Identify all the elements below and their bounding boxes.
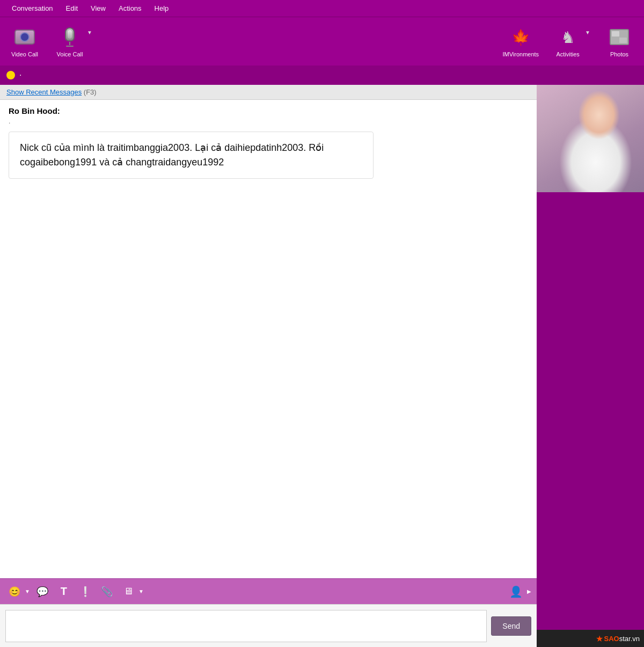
activities-label: Activities xyxy=(556,51,579,57)
messages-header: Show Recent Messages (F3) xyxy=(0,85,537,100)
right-panel: ★ SAO star.vn xyxy=(537,85,644,647)
activities-icon: ♞ xyxy=(556,25,580,49)
toolbar: Video Call Voice Call ▼ 🍁 IMVironments xyxy=(0,17,644,66)
activities-wrapper: ♞ Activities ▼ xyxy=(552,25,590,57)
imvironments-icon: 🍁 xyxy=(509,25,532,49)
photos-icon xyxy=(608,25,631,49)
emoji-dropdown-arrow[interactable]: ▼ xyxy=(25,588,30,594)
menu-edit[interactable]: Edit xyxy=(60,2,84,14)
activities-dropdown-arrow[interactable]: ▼ xyxy=(585,30,590,35)
status-dot xyxy=(6,71,15,79)
video-call-button[interactable]: Video Call xyxy=(9,25,41,57)
saostar-star: ★ xyxy=(596,634,603,644)
input-area: Send xyxy=(0,604,537,647)
menu-help[interactable]: Help xyxy=(148,2,175,14)
emoji-button[interactable]: 😊 xyxy=(5,583,24,601)
menu-actions[interactable]: Actions xyxy=(112,2,148,14)
format-toolbar-right: 👤 ▶ xyxy=(507,583,531,601)
main-area: Show Recent Messages (F3) Ro Bin Hood: .… xyxy=(0,85,644,647)
chat-style-button[interactable]: 💬 xyxy=(33,583,52,601)
photos-button[interactable]: Photos xyxy=(603,25,635,57)
voice-call-dropdown-arrow[interactable]: ▼ xyxy=(87,30,92,35)
screen-share-button[interactable]: 🖥 xyxy=(119,583,137,601)
saostar-text: star.vn xyxy=(619,635,640,643)
imvironments-button[interactable]: 🍁 IMVironments xyxy=(502,25,539,57)
send-button[interactable]: Send xyxy=(491,616,531,636)
attach-button[interactable]: 📎 xyxy=(98,583,116,601)
contact-icon-button[interactable]: 👤 xyxy=(507,583,525,601)
menu-view[interactable]: View xyxy=(84,2,112,14)
voice-call-icon xyxy=(58,25,82,49)
emoji-btn-wrapper: 😊 ▼ xyxy=(5,583,30,601)
chat-input[interactable] xyxy=(5,610,487,642)
voice-call-label: Voice Call xyxy=(57,51,83,57)
voice-call-wrapper: Voice Call ▼ xyxy=(54,25,92,57)
messages-body: Ro Bin Hood: . Nick cũ của mình là trait… xyxy=(0,100,537,578)
video-call-label: Video Call xyxy=(11,51,38,57)
format-toolbar: 😊 ▼ 💬 T ❕ 📎 🖥 ▼ 👤 ▶ xyxy=(0,578,537,604)
sender-name: Ro Bin Hood: xyxy=(9,106,528,115)
status-separator: · xyxy=(19,70,21,80)
message-bubble: Nick cũ của mình là traitimbanggia2003. … xyxy=(9,132,374,179)
screen-btn-wrapper: 🖥 ▼ xyxy=(119,583,144,601)
text-format-button[interactable]: T xyxy=(55,583,73,601)
message-dot: . xyxy=(9,118,528,125)
menu-bar: Conversation Edit View Actions Help xyxy=(0,0,644,17)
menu-conversation[interactable]: Conversation xyxy=(5,2,60,14)
toolbar-right: 🍁 IMVironments ♞ Activities ▼ Photos xyxy=(502,25,635,57)
screen-dropdown-arrow[interactable]: ▼ xyxy=(138,588,144,594)
chat-panel: Show Recent Messages (F3) Ro Bin Hood: .… xyxy=(0,85,537,647)
activities-button[interactable]: ♞ Activities xyxy=(552,25,584,57)
imvironments-label: IMVironments xyxy=(502,51,539,57)
saostar-sao: SAO xyxy=(604,635,619,643)
photos-label: Photos xyxy=(610,51,628,57)
contact-dropdown-arrow[interactable]: ▶ xyxy=(527,588,531,594)
contact-photo-inner xyxy=(537,85,644,192)
alert-button[interactable]: ❕ xyxy=(76,583,94,601)
show-recent-shortcut: (F3) xyxy=(84,88,97,96)
video-call-icon xyxy=(13,25,36,49)
voice-call-button[interactable]: Voice Call xyxy=(54,25,86,57)
status-bar: · xyxy=(0,66,644,85)
show-recent-messages-link[interactable]: Show Recent Messages xyxy=(6,88,82,96)
saostar-badge: ★ SAO star.vn xyxy=(537,630,644,647)
contact-photo xyxy=(537,85,644,192)
